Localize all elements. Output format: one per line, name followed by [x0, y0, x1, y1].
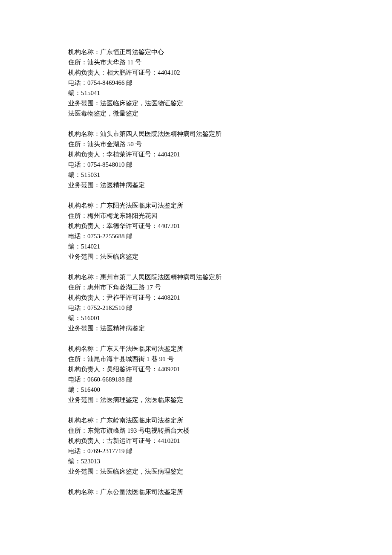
org-name-line: 机构名称：广东公量法医临床司法鉴定所 — [68, 487, 324, 497]
org-name-line: 机构名称：广东恒正司法鉴定中心 — [68, 47, 324, 57]
address-line: 住所：惠州市下角菱湖三路 17 号 — [68, 282, 324, 292]
postcode-line: 编：515031 — [68, 170, 324, 180]
org-name-line: 机构名称：广东天平法医临床司法鉴定所 — [68, 344, 324, 354]
manager-permit-line: 机构负责人：吴绍鉴许可证号：4409201 — [68, 364, 324, 374]
scope-line: 法医毒物鉴定，微量鉴定 — [68, 108, 324, 119]
manager-permit-line: 机构负责人：李植荣许可证号：4404201 — [68, 149, 324, 159]
org-name-line: 机构名称：惠州市第二人民医院法医精神病司法鉴定所 — [68, 272, 324, 282]
postcode-line: 编：516001 — [68, 313, 324, 323]
postcode-line: 编：514021 — [68, 241, 324, 251]
phone-line: 电话：0660-6689188 邮 — [68, 374, 324, 384]
manager-permit-line: 机构负责人：幸德华许可证号：4407201 — [68, 221, 324, 231]
address-line: 住所：汕尾市海丰县城西街 1 巷 91 号 — [68, 354, 324, 364]
org-name-line: 机构名称：广东阳光法医临床司法鉴定所 — [68, 200, 324, 211]
scope-line: 业务范围：法医精神病鉴定 — [68, 323, 324, 333]
scope-line: 业务范围：法医临床鉴定，法医物证鉴定 — [68, 98, 324, 108]
phone-line: 电话：0752-2182510 邮 — [68, 303, 324, 313]
address-line: 住所：梅州市梅龙东路阳光花园 — [68, 211, 324, 221]
postcode-line: 编：516400 — [68, 384, 324, 395]
postcode-line: 编：523013 — [68, 456, 324, 466]
scope-line: 业务范围：法医临床鉴定 — [68, 251, 324, 262]
org-entry: 机构名称：广东天平法医临床司法鉴定所住所：汕尾市海丰县城西街 1 巷 91 号机… — [68, 344, 324, 405]
org-entry: 机构名称：广东恒正司法鉴定中心住所：汕头市大华路 11 号机构负责人：相大鹏许可… — [68, 47, 324, 119]
phone-line: 电话：0753-2255688 邮 — [68, 231, 324, 241]
org-entry: 机构名称：惠州市第二人民医院法医精神病司法鉴定所住所：惠州市下角菱湖三路 17 … — [68, 272, 324, 333]
scope-line: 业务范围：法医临床鉴定，法医病理鉴定 — [68, 466, 324, 477]
address-line: 住所：东莞市旗峰路 193 号电视转播台大楼 — [68, 425, 324, 436]
manager-permit-line: 机构负责人：尹祚平许可证号：4408201 — [68, 292, 324, 303]
manager-permit-line: 机构负责人：古新运许可证号：4410201 — [68, 436, 324, 446]
manager-permit-line: 机构负责人：相大鹏许可证号：4404102 — [68, 67, 324, 78]
document-body: 机构名称：广东恒正司法鉴定中心住所：汕头市大华路 11 号机构负责人：相大鹏许可… — [68, 47, 324, 497]
phone-line: 电话：0769-2317719 邮 — [68, 446, 324, 456]
phone-line: 电话：0754-8469466 邮 — [68, 78, 324, 88]
phone-line: 电话：0754-8548010 邮 — [68, 159, 324, 170]
scope-line: 业务范围：法医精神病鉴定 — [68, 180, 324, 190]
address-line: 住所：汕头市大华路 11 号 — [68, 57, 324, 67]
postcode-line: 编：515041 — [68, 88, 324, 98]
org-name-line: 机构名称：广东岭南法医临床司法鉴定所 — [68, 415, 324, 425]
org-entry: 机构名称：汕头市第四人民医院法医精神病司法鉴定所住所：汕头市金湖路 50 号机构… — [68, 129, 324, 190]
org-entry: 机构名称：广东阳光法医临床司法鉴定所住所：梅州市梅龙东路阳光花园机构负责人：幸德… — [68, 200, 324, 262]
scope-line: 业务范围：法医病理鉴定，法医临床鉴定 — [68, 395, 324, 405]
org-entry: 机构名称：广东公量法医临床司法鉴定所 — [68, 487, 324, 497]
org-name-line: 机构名称：汕头市第四人民医院法医精神病司法鉴定所 — [68, 129, 324, 139]
org-entry: 机构名称：广东岭南法医临床司法鉴定所住所：东莞市旗峰路 193 号电视转播台大楼… — [68, 415, 324, 477]
address-line: 住所：汕头市金湖路 50 号 — [68, 139, 324, 149]
